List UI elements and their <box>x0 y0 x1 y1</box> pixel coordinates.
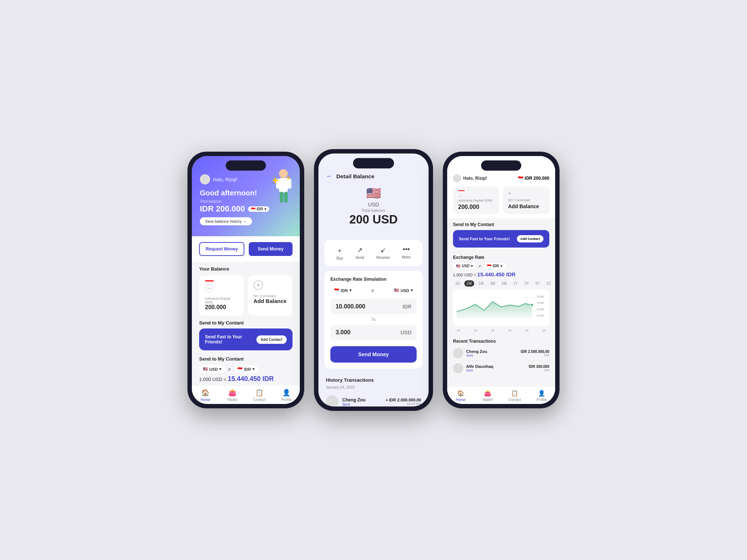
more-label: More <box>402 255 410 259</box>
p3-from-badge[interactable]: 🇺🇸 USD ▾ <box>453 263 476 269</box>
from-amount[interactable]: 10.000.000 <box>336 303 365 310</box>
phone-3-screen: Halo, Rizqi! 🇮🇩 IDR 200.000 → Indonesia … <box>447 156 555 404</box>
p2-title: Detail Balance <box>336 173 375 179</box>
buy-action[interactable]: ＋ Buy <box>336 246 343 260</box>
arrow-right-icon[interactable]: → <box>205 284 213 292</box>
p3-rate-row: 🇺🇸 USD ▾ ≠ 🇮🇩 IDR ▾ <box>453 263 549 269</box>
p3-txn-2-name: Alfir Dausihaq <box>466 364 494 369</box>
p3-add-label: 50+ Currencies <box>508 198 544 202</box>
nav-profile[interactable]: 👤 Profile <box>273 389 300 402</box>
txn-time-1: 10:34 PM <box>386 402 421 406</box>
p3-nav-home[interactable]: 🏠 Home <box>447 390 474 402</box>
receive-label: Receive <box>376 256 390 260</box>
p3-txn-2-amount: IDR 300.000 <box>529 365 549 369</box>
p3-txn-1-left: Cheng Zou Sent <box>453 348 487 358</box>
p3-tab-1d[interactable]: 1D <box>453 280 462 287</box>
send-action[interactable]: ↗ Send <box>355 246 364 260</box>
p3-txn-2-info: Alfir Dausihaq Sent <box>466 364 494 372</box>
from-currency-badge[interactable]: 🇺🇸 USD ▾ <box>199 365 225 373</box>
svg-rect-1 <box>279 178 288 192</box>
p3-nav-contact[interactable]: 📋 Contact <box>501 390 528 402</box>
p3-txn-1-status: Sent <box>466 354 487 357</box>
p3-add-card[interactable]: + 50+ Currencies Add Balance <box>503 187 549 214</box>
not-equal-icon: ≠ <box>228 366 231 372</box>
add-balance-sub: 50+ Currencies <box>253 294 276 298</box>
home-icon: 🏠 <box>201 389 209 397</box>
p3-name: Halo, Rizqi! <box>463 176 487 181</box>
nav-wallet[interactable]: 👛 Wallet <box>219 389 246 402</box>
phone-3: Halo, Rizqi! 🇮🇩 IDR 200.000 → Indonesia … <box>443 152 560 408</box>
svg-point-0 <box>279 169 288 178</box>
to-currency-badge[interactable]: 🇮🇩 IDR ▾ <box>234 365 258 373</box>
idr-balance-card: → Indonesia Rupiah (IDR) 200.000 <box>199 275 244 316</box>
sim-to-badge[interactable]: 🇺🇸 USD ▾ <box>390 286 417 294</box>
send-label: Send <box>355 256 364 260</box>
send-money-button[interactable]: Send Money <box>249 242 293 256</box>
p3-nav-profile-label: Profile <box>537 398 547 402</box>
txn-amount-col: + IDR 2.000.000,00 10:34 PM <box>386 397 421 405</box>
p3-tab-1w[interactable]: 1W <box>464 280 474 287</box>
x-label-20: 20 <box>491 329 494 332</box>
p3-recent: Recent Transactions Cheng Zou Sent IDR 2… <box>447 336 555 379</box>
p3-tab-1c[interactable]: 1C <box>544 280 553 287</box>
p3-txn-1-name: Cheng Zou <box>466 349 487 354</box>
rate-display: 1.000 USD = 15.440.450 IDR <box>199 375 293 383</box>
add-balance-card[interactable]: + 50+ Currencies Add Balance <box>248 275 293 316</box>
more-action[interactable]: ••• More <box>402 246 410 260</box>
nav-home[interactable]: 🏠 Home <box>192 389 219 402</box>
p3-tab-5y[interactable]: 5Y <box>533 280 542 287</box>
p3-tab-6m[interactable]: 6M <box>500 280 509 287</box>
sim-to-currency: USD <box>400 288 409 292</box>
p1-balance-amount: IDR 200.000 <box>200 204 245 214</box>
p3-send-title: Send to My Contant <box>453 222 549 227</box>
p3-greeting: Halo, Rizqi! <box>453 174 487 182</box>
sim-title: Exchange Rate Simulation <box>330 277 417 282</box>
phone-2-screen: ← Detail Balance 🇺🇸 USD Total balance 20… <box>318 153 429 407</box>
dynamic-island-1 <box>226 160 266 171</box>
to-label: To <box>330 317 417 322</box>
p3-txn-2-right: IDR 300.000 IDR <box>529 365 549 372</box>
p3-add-contact-button[interactable]: Add Contact <box>517 235 544 242</box>
add-contact-button[interactable]: Add Contact <box>256 335 287 344</box>
p3-tab-2y[interactable]: 2Y <box>522 280 531 287</box>
p3-txn-1-currency: IDR <box>521 354 549 357</box>
p3-rate-display: 1.000 USD = 15.440.450 IDR <box>453 271 549 277</box>
p2-send-money-button[interactable]: Send Money <box>330 346 417 363</box>
p3-nav-wallet[interactable]: 👛 Wallet <box>474 390 501 402</box>
banner-text: Send Fast to Your Friends! <box>205 334 256 345</box>
balance-section-title: Your Balance <box>199 266 293 272</box>
p3-nav-profile[interactable]: 👤 Profile <box>528 390 555 402</box>
history-section: History Transactions January 24, 2023 Ch… <box>318 373 429 407</box>
p3-home-icon: 🏠 <box>457 390 464 397</box>
request-money-button[interactable]: Request Money <box>199 242 244 256</box>
send-contact-title: Send to My Contant <box>192 320 300 328</box>
p2-balance: 200 USD <box>349 213 398 226</box>
p3-send-banner: Send Fast to Your Friends! Add Contact <box>453 230 549 248</box>
p3-tab-1m[interactable]: 1M <box>476 280 486 287</box>
back-button[interactable]: ← <box>326 172 332 180</box>
p3-txn-1: Cheng Zou Sent IDR 2.000.000,00 IDR <box>453 346 549 361</box>
receive-action[interactable]: ↙ Receive <box>376 246 390 260</box>
p3-rate-value: 15.440.450 IDR <box>477 271 515 277</box>
currency-name: USD <box>368 202 379 207</box>
sim-from-currency: IDR <box>341 288 348 292</box>
exchange-title: Send to My Contant <box>199 356 293 362</box>
sim-not-equal-icon: ≠ <box>371 287 374 293</box>
phone-2-content: ← Detail Balance 🇺🇸 USD Total balance 20… <box>318 153 429 407</box>
to-amount[interactable]: 3.000 <box>336 329 351 336</box>
p3-tab-3m[interactable]: 3M <box>488 280 498 287</box>
p3-banner-text: Send Fast to Your Friends! <box>459 237 510 241</box>
history-title: History Transactions <box>326 377 421 383</box>
p3-tab-1y[interactable]: 1Y <box>511 280 520 287</box>
rate-text: 1.000 USD = <box>199 377 227 382</box>
x-label-25: 25 <box>542 329 546 332</box>
p3-nav-contact-label: Contact <box>508 398 521 402</box>
p3-txn-1-amount: IDR 2.000.000,00 <box>521 350 549 354</box>
p3-to-badge[interactable]: 🇮🇩 IDR ▾ <box>484 263 505 269</box>
phone-1-content: Halo, Rizqi! 🔔 Good afternoon! Total bal… <box>192 156 300 404</box>
chart-svg: 16.000 15.500 15.000 14.500 <box>457 293 546 322</box>
nav-contact[interactable]: 📋 Contact <box>246 389 273 402</box>
sim-from-badge[interactable]: 🇮🇩 IDR ▾ <box>330 286 355 294</box>
p2-currency-center: 🇺🇸 USD Total balance 200 USD <box>326 186 421 233</box>
view-history-button[interactable]: View balance history → <box>200 217 252 225</box>
